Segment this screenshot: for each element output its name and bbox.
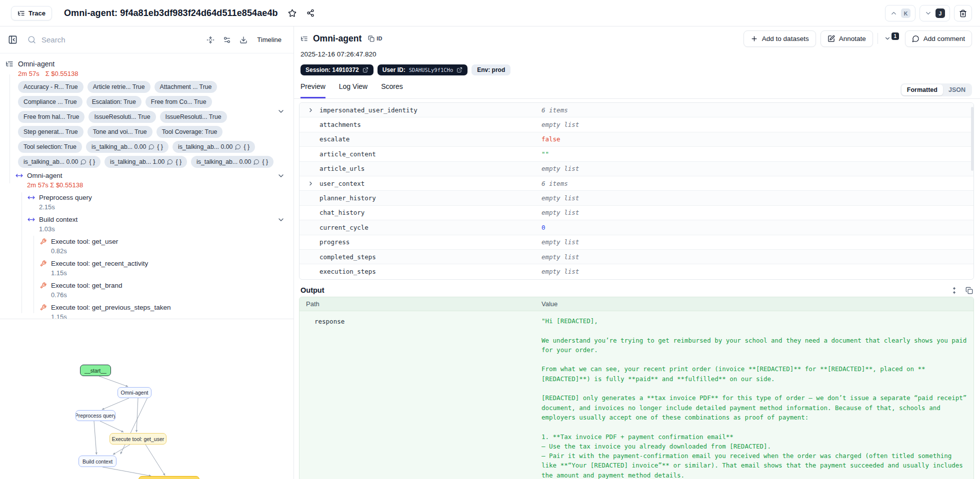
copy-id-button[interactable]: ID: [368, 35, 382, 42]
table-row[interactable]: planner_history empty list: [300, 191, 974, 205]
list-tree-icon: [300, 35, 308, 42]
kbd-k: K: [901, 8, 910, 18]
score-badge[interactable]: Article retrie... True: [88, 81, 150, 93]
score-badge-text: is_talking_ab... 0.00: [24, 158, 78, 166]
score-badge[interactable]: Tool selection: True: [18, 141, 82, 153]
score-badge[interactable]: IssueResoluti... True: [160, 111, 227, 123]
graph-node[interactable]: Execute tool: get_recent_activity: [138, 476, 200, 479]
copy-icon[interactable]: [966, 287, 973, 294]
tree-item[interactable]: Execute tool: get_user 0.82s: [0, 237, 294, 255]
score-badge[interactable]: is_talking_ab... 0.00 { }: [86, 141, 168, 153]
collapse-all-icon[interactable]: [206, 36, 214, 44]
score-badge[interactable]: Step generat... True: [18, 126, 84, 138]
tree-item-duration: 1.03s: [39, 225, 294, 233]
comment-bubble-icon: [80, 159, 86, 165]
tab[interactable]: Log View: [339, 82, 368, 98]
row-key: current_cycle: [320, 224, 368, 231]
id-label: ID: [376, 35, 382, 41]
comment-bubble-icon: [167, 159, 173, 165]
share-icon[interactable]: [306, 9, 314, 17]
delete-trace-button[interactable]: [954, 5, 972, 21]
table-row[interactable]: chat_history empty list: [300, 206, 974, 220]
score-badge[interactable]: Tool Coverage: True: [156, 126, 223, 138]
tree-item[interactable]: Execute tool: get_brand 0.76s: [0, 281, 294, 299]
score-badge-suffix: { }: [244, 143, 250, 151]
search-input[interactable]: [42, 35, 142, 44]
tab[interactable]: Preview: [300, 82, 326, 98]
download-icon[interactable]: [240, 36, 248, 44]
tree-item-name: Execute tool: get_recent_activity: [51, 259, 148, 268]
timeline-button[interactable]: Timeline: [257, 36, 282, 43]
collapse-panel-icon[interactable]: [8, 35, 18, 44]
graph-node[interactable]: Omni-agent: [118, 387, 152, 398]
score-badge-text: Tone and voi... True: [93, 128, 147, 136]
chevron-down-icon[interactable]: [277, 216, 285, 224]
score-badge[interactable]: IssueResoluti... True: [88, 111, 156, 123]
output-table-header: Path Value: [300, 297, 974, 311]
star-icon[interactable]: [288, 9, 296, 17]
score-badge[interactable]: Tone and voi... True: [88, 126, 152, 138]
tree-item[interactable]: Omni-agent 2m 57s Σ $0.55138: [0, 171, 294, 189]
tab[interactable]: Scores: [381, 82, 403, 98]
score-badge-text: IssueResoluti... True: [166, 113, 222, 121]
score-badge[interactable]: is_talking_ab... 0.00 { }: [18, 156, 100, 168]
tree-item[interactable]: Build context 1.03s: [0, 215, 294, 233]
score-badge[interactable]: Free from hal... True: [18, 111, 84, 123]
row-key: escalate: [320, 135, 350, 143]
user-id-value: SDAHUSLy9f1CHo: [409, 67, 454, 73]
search-box[interactable]: [28, 35, 142, 44]
fold-vertical-icon[interactable]: [950, 287, 958, 294]
table-row[interactable]: attachments empty list: [300, 117, 974, 132]
tree-root-observation[interactable]: Omni-agent: [0, 53, 294, 68]
chevron-right-icon[interactable]: [308, 107, 314, 113]
add-to-datasets-button[interactable]: Add to datasets: [744, 30, 816, 47]
score-badge[interactable]: Free from Co... True: [146, 96, 212, 108]
agent-graph-panel[interactable]: __start__ Omni-agent Preprocess query Ex…: [0, 319, 294, 479]
table-row[interactable]: progress empty list: [300, 235, 974, 250]
tree-item[interactable]: Preprocess query 2.15s: [0, 193, 294, 211]
annotate-button[interactable]: Annotate: [820, 30, 873, 47]
score-badge[interactable]: Escalation: True: [86, 96, 142, 108]
table-row[interactable]: impersonated_user_identity 6 items: [300, 103, 974, 117]
table-row[interactable]: user_context 6 items: [300, 176, 974, 191]
divider: [878, 33, 878, 44]
table-row[interactable]: execution_steps empty list: [300, 264, 974, 279]
format-toggle-json[interactable]: JSON: [943, 84, 971, 95]
graph-node[interactable]: __start__: [80, 365, 111, 376]
graph-node-label: Execute tool: get_user: [112, 436, 164, 442]
annotate-dropdown-button[interactable]: 1: [882, 35, 900, 42]
display-settings-icon[interactable]: [223, 36, 231, 44]
chevron-right-icon[interactable]: [308, 180, 314, 187]
score-badge[interactable]: Accuracy - R... True: [18, 81, 84, 93]
score-badge[interactable]: is_talking_ab... 0.00 { }: [191, 156, 274, 168]
chevron-down-icon[interactable]: [277, 107, 285, 115]
next-trace-button[interactable]: J: [920, 5, 950, 21]
chevron-down-icon[interactable]: [277, 172, 285, 180]
tree-item-duration: 1.15s: [51, 313, 294, 319]
span-arrows-icon: [27, 194, 35, 201]
table-row[interactable]: article_content "": [300, 147, 974, 161]
row-key: user_context: [320, 180, 364, 187]
session-badge[interactable]: Session: 14910372: [300, 64, 374, 75]
table-row[interactable]: completed_steps empty list: [300, 250, 974, 264]
table-row[interactable]: escalate false: [300, 132, 974, 147]
graph-node[interactable]: Execute tool: get_user: [110, 433, 166, 445]
format-toggle-formatted[interactable]: Formatted: [902, 84, 943, 95]
table-row[interactable]: article_urls empty list: [300, 162, 974, 176]
root-name: Omni-agent: [18, 60, 54, 68]
score-badge-text: Accuracy - R... True: [24, 83, 78, 91]
score-badge[interactable]: Compliance ... True: [18, 96, 82, 108]
graph-node[interactable]: Build context: [78, 456, 116, 467]
row-value: "": [542, 150, 549, 158]
tree-item[interactable]: Execute tool: get_previous_steps_taken 1…: [0, 303, 294, 319]
table-row[interactable]: current_cycle 0: [300, 220, 974, 235]
tree-item[interactable]: Execute tool: get_recent_activity 1.15s: [0, 259, 294, 277]
previous-trace-button[interactable]: K: [885, 5, 916, 21]
score-badge[interactable]: is_talking_ab... 0.00 { }: [172, 141, 255, 153]
user-id-badge[interactable]: User ID: SDAHUSLy9f1CHo: [378, 64, 468, 75]
add-comment-button[interactable]: Add comment: [905, 30, 972, 47]
graph-node[interactable]: Preprocess query: [76, 410, 116, 421]
scrollbar-thumb[interactable]: [971, 107, 974, 171]
score-badge[interactable]: Attachment ... True: [154, 81, 218, 93]
score-badge[interactable]: is_talking_ab... 1.00 { }: [104, 156, 187, 168]
